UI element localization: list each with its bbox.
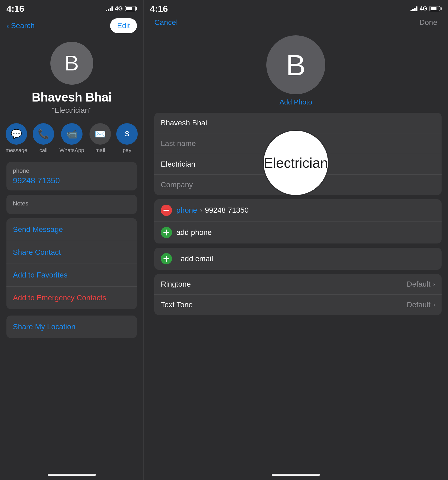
right-home-indicator xyxy=(272,474,320,476)
send-message-link[interactable]: Send Message xyxy=(6,218,137,241)
last-name-placeholder: Last name xyxy=(161,139,196,148)
ringtone-row[interactable]: Ringtone Default › xyxy=(154,274,442,295)
nickname-value: Electrician xyxy=(161,160,195,168)
left-header: ‹ Search Edit xyxy=(0,16,143,36)
phone-section: phone 99248 71350 xyxy=(6,162,137,190)
text-tone-row[interactable]: Text Tone Default › xyxy=(154,295,442,315)
ringtone-value: Default xyxy=(407,280,431,288)
back-search-button[interactable]: ‹ Search xyxy=(6,21,35,30)
phone-number-field[interactable]: 99248 71350 xyxy=(205,206,249,215)
right-avatar[interactable]: B xyxy=(266,35,325,94)
message-action[interactable]: 💬 message xyxy=(6,123,27,153)
back-label: Search xyxy=(11,21,35,30)
phone-chevron-right: › xyxy=(200,206,202,215)
left-status-icons: 4G xyxy=(106,5,137,12)
signal-bar-r1 xyxy=(410,10,412,11)
contact-nickname: "Electrician" xyxy=(52,106,92,115)
right-status-bar: 4:16 4G xyxy=(144,0,448,16)
add-photo-label[interactable]: Add Photo xyxy=(279,98,312,106)
share-location-link[interactable]: Share My Location xyxy=(6,316,137,338)
left-avatar-container: B xyxy=(50,42,93,85)
text-tone-chevron: › xyxy=(433,301,435,308)
left-content: phone 99248 71350 Notes Send Message Sha… xyxy=(0,162,143,338)
add-icon xyxy=(163,230,169,235)
first-name-value: Bhavesh Bhai xyxy=(161,119,207,127)
message-label: message xyxy=(6,147,27,153)
cancel-button[interactable]: Cancel xyxy=(154,18,178,27)
first-name-field[interactable]: Bhavesh Bhai xyxy=(154,113,442,133)
text-tone-label: Text Tone xyxy=(161,301,193,309)
action-links: Send Message Share Contact Add to Favori… xyxy=(6,218,137,309)
battery-fill xyxy=(126,7,132,10)
ringtone-chevron: › xyxy=(433,281,435,288)
right-battery-tip xyxy=(440,7,442,10)
spotlight-circle: Electrician xyxy=(264,131,328,195)
chevron-left-icon: ‹ xyxy=(6,21,9,30)
notes-section: Notes xyxy=(6,195,137,214)
right-signal-bars xyxy=(410,6,417,11)
right-battery-body xyxy=(430,6,440,11)
battery-body xyxy=(125,6,136,11)
right-panel: 4:16 4G Cancel Done B Add Photo xyxy=(144,0,448,480)
right-header: Cancel Done xyxy=(144,16,448,30)
settings-section: Ringtone Default › Text Tone Default › xyxy=(154,274,442,315)
signal-bar-4 xyxy=(111,6,113,11)
email-section: add email xyxy=(154,248,442,270)
signal-bar-2 xyxy=(108,9,109,11)
left-panel: 4:16 4G ‹ Search Edit xyxy=(0,0,144,480)
edit-button[interactable]: Edit xyxy=(110,18,137,33)
call-icon: 📞 xyxy=(33,123,54,145)
pay-label: pay xyxy=(123,147,131,153)
left-avatar: B xyxy=(50,42,93,85)
signal-bar-r4 xyxy=(416,6,417,11)
mail-icon: ✉️ xyxy=(89,123,111,145)
call-action[interactable]: 📞 call xyxy=(33,123,54,153)
phone-label: phone xyxy=(13,167,130,174)
phone-type-label[interactable]: phone xyxy=(176,206,197,215)
right-battery-icon xyxy=(430,6,442,11)
ringtone-label: Ringtone xyxy=(161,280,191,288)
action-links-group: Send Message Share Contact Add to Favori… xyxy=(6,218,137,309)
signal-bar-r3 xyxy=(414,8,416,11)
action-buttons: 💬 message 📞 call 📹 WhatsApp ✉️ mail $ pa… xyxy=(0,123,143,153)
add-phone-label[interactable]: add phone xyxy=(176,228,212,237)
share-contact-link[interactable]: Share Contact xyxy=(6,241,137,264)
bottom-links: Share My Location xyxy=(6,316,137,338)
right-avatar-letter: B xyxy=(286,48,305,82)
left-home-indicator xyxy=(48,474,96,476)
left-avatar-letter: B xyxy=(65,51,79,76)
add-phone-button[interactable] xyxy=(161,227,172,238)
whatsapp-label: WhatsApp xyxy=(59,147,84,153)
left-4g-label: 4G xyxy=(115,5,123,12)
add-email-button[interactable] xyxy=(161,253,172,264)
phone-edit-section: phone › 99248 71350 add phone xyxy=(154,199,442,243)
phone-value[interactable]: 99248 71350 xyxy=(13,176,130,185)
spotlight-text: Electrician xyxy=(264,155,328,171)
signal-bar-1 xyxy=(106,10,107,11)
text-tone-value: Default xyxy=(407,301,431,309)
add-phone-row: add phone xyxy=(154,222,442,243)
whatsapp-action[interactable]: 📹 WhatsApp xyxy=(59,123,84,153)
edit-label: Edit xyxy=(117,21,130,30)
left-time: 4:16 xyxy=(6,3,24,14)
pay-action[interactable]: $ pay xyxy=(116,123,138,153)
mail-label: mail xyxy=(95,147,105,153)
right-4g-label: 4G xyxy=(420,5,427,12)
battery-tip xyxy=(136,7,137,10)
message-icon: 💬 xyxy=(6,123,27,145)
emergency-contacts-link[interactable]: Add to Emergency Contacts xyxy=(6,287,137,309)
right-avatar-container: B Add Photo xyxy=(144,35,448,106)
add-favorites-link[interactable]: Add to Favorites xyxy=(6,264,137,287)
remove-phone-button[interactable] xyxy=(161,205,172,216)
remove-icon xyxy=(163,210,169,211)
left-battery-icon xyxy=(125,6,137,11)
signal-bar-3 xyxy=(110,8,111,11)
right-time: 4:16 xyxy=(150,3,168,14)
add-email-label[interactable]: add email xyxy=(181,254,213,263)
add-email-icon xyxy=(163,256,169,262)
notes-label: Notes xyxy=(13,200,130,207)
phone-row: phone › 99248 71350 xyxy=(154,199,442,222)
right-battery-fill xyxy=(431,7,436,10)
done-button[interactable]: Done xyxy=(419,18,437,27)
mail-action[interactable]: ✉️ mail xyxy=(89,123,111,153)
